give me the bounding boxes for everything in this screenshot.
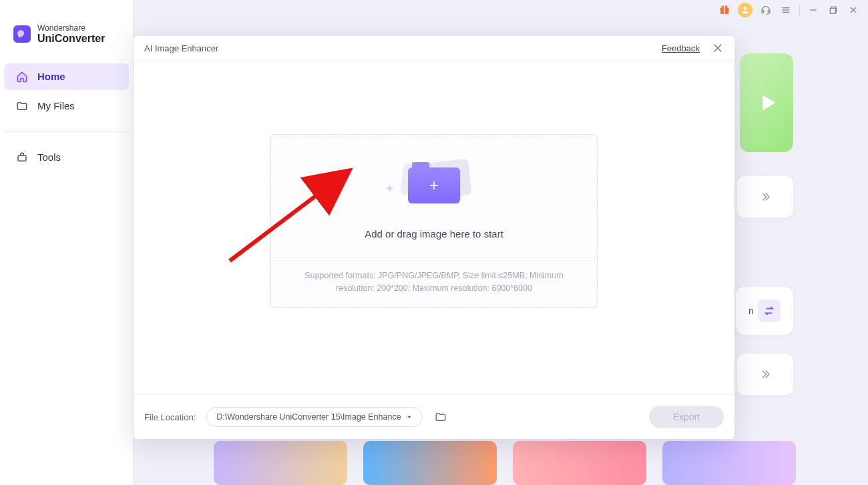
bg-switch-card[interactable]: n — [736, 287, 793, 335]
svg-point-3 — [722, 6, 724, 8]
folder-icon — [16, 100, 28, 112]
svg-marker-17 — [763, 95, 775, 111]
template-thumbnails — [214, 441, 796, 485]
sidebar-item-label: Tools — [37, 151, 61, 163]
bg-chevron-card[interactable] — [737, 176, 793, 217]
modal-footer: File Location: D:\Wondershare UniConvert… — [134, 395, 734, 439]
brand-big: UniConverter — [37, 33, 105, 45]
user-avatar-icon[interactable] — [738, 3, 752, 17]
bg-chevron-card[interactable] — [737, 354, 793, 395]
thumbnail[interactable] — [662, 441, 796, 485]
image-dropzone[interactable]: ✦ + Add or drag image here to start Supp… — [270, 134, 598, 308]
file-location-select[interactable]: D:\Wondershare UniConverter 15\Image Enh… — [206, 407, 423, 427]
swap-icon — [758, 300, 781, 322]
window-close-button[interactable] — [847, 3, 860, 17]
sidebar-item-tools[interactable]: Tools — [4, 144, 129, 171]
thumbnail[interactable] — [363, 441, 497, 485]
sidebar-item-home[interactable]: Home — [4, 63, 129, 90]
svg-marker-21 — [408, 416, 411, 418]
hamburger-menu-icon[interactable] — [779, 3, 793, 17]
maximize-button[interactable] — [827, 3, 840, 17]
chevron-down-icon — [406, 414, 413, 420]
logo-mark-icon — [13, 25, 31, 43]
thumbnail[interactable] — [513, 441, 646, 485]
svg-rect-16 — [18, 155, 26, 161]
svg-rect-2 — [724, 8, 724, 14]
ai-image-enhancer-modal: AI Image Enhancer Feedback ✦ + Add or dr… — [134, 36, 734, 439]
brand-small: Wondershare — [37, 24, 105, 33]
svg-rect-7 — [768, 11, 770, 13]
svg-rect-13 — [830, 8, 835, 13]
sidebar-item-label: Home — [37, 71, 65, 82]
modal-title: AI Image Enhancer — [144, 43, 218, 53]
file-location-label: File Location: — [144, 412, 196, 422]
window-titlebar — [710, 0, 868, 20]
feedback-link[interactable]: Feedback — [662, 43, 700, 53]
sidebar-item-myfiles[interactable]: My Files — [4, 93, 129, 119]
modal-header: AI Image Enhancer Feedback — [134, 36, 734, 60]
thumbnail[interactable] — [214, 441, 347, 485]
sidebar-item-label: My Files — [37, 100, 75, 111]
minimize-button[interactable] — [807, 3, 820, 17]
modal-close-button[interactable] — [712, 42, 724, 54]
add-folder-illustration-icon: ✦ + — [387, 159, 481, 212]
toolbox-icon — [16, 151, 28, 163]
svg-point-5 — [744, 7, 747, 10]
support-headset-icon[interactable] — [759, 3, 773, 17]
home-icon — [16, 71, 28, 83]
dropzone-main-text: Add or drag image here to start — [365, 228, 503, 239]
bg-tile-green — [740, 53, 793, 152]
file-location-path: D:\Wondershare UniConverter 15\Image Enh… — [216, 412, 401, 422]
gift-icon[interactable] — [718, 3, 731, 17]
app-logo: Wondershare UniConverter — [0, 24, 133, 63]
open-folder-button[interactable] — [433, 410, 448, 424]
svg-point-4 — [725, 6, 727, 8]
svg-rect-6 — [762, 11, 764, 13]
export-button[interactable]: Export — [649, 406, 724, 428]
sidebar: Wondershare UniConverter Home My Files T… — [0, 0, 134, 485]
dropzone-support-text: Supported formats: JPG/PNG/JPEG/BMP, Siz… — [271, 257, 597, 307]
